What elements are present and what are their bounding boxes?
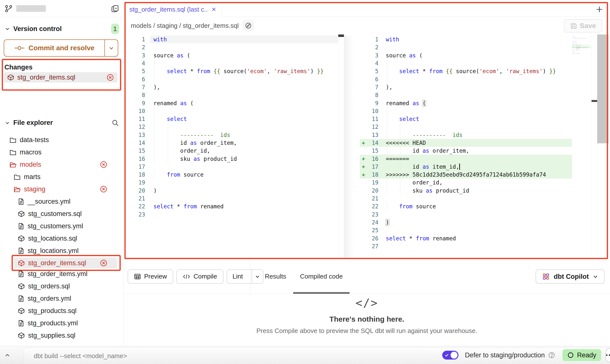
- code-line-8[interactable]: 8: [124, 91, 338, 99]
- code-line-3[interactable]: 3source as (: [124, 51, 338, 59]
- diff-editor[interactable]: 1with23source as (45 select * from {{ so…: [124, 34, 609, 258]
- commit-dropdown-toggle[interactable]: [104, 40, 118, 56]
- more-options-button[interactable]: [606, 348, 610, 362]
- compile-button[interactable]: Compile: [176, 269, 223, 284]
- commit-and-resolve-button[interactable]: Commit and resolve: [4, 39, 118, 57]
- editor-pane-current[interactable]: 1with23source as (45 select * from {{ so…: [360, 35, 572, 258]
- code-line-11[interactable]: 11 select: [124, 115, 338, 123]
- code-line-12[interactable]: 12: [124, 123, 338, 131]
- code-line-17[interactable]: +17 id as item_id,: [360, 163, 572, 171]
- code-line-6[interactable]: 6: [124, 75, 338, 83]
- code-line-22[interactable]: 22 from source: [360, 202, 572, 210]
- file-item-models[interactable]: models: [0, 158, 123, 171]
- dbt-copilot-button[interactable]: dbt Copilot: [536, 269, 605, 284]
- code-line-20[interactable]: 20 sku as product_id: [360, 187, 572, 195]
- file-item-stg-order-items-yml[interactable]: stg_order_items.yml: [0, 268, 123, 280]
- code-line-5[interactable]: 5 select * from {{ source('ecom', 'raw_i…: [360, 67, 572, 75]
- code-line-13[interactable]: 13 ---------- ids: [360, 131, 572, 139]
- conflict-x-circle-icon[interactable]: [100, 185, 107, 193]
- conflict-x-circle-icon[interactable]: [100, 259, 107, 267]
- file-item-stg-locations-sql[interactable]: stg_locations.sql: [0, 232, 123, 245]
- code-line-9[interactable]: 9renamed as (: [124, 99, 338, 107]
- connection-status-badge[interactable]: Ready: [562, 349, 601, 361]
- code-line-1[interactable]: 1with: [360, 35, 572, 43]
- scrollbar-thumb[interactable]: [597, 34, 609, 143]
- code-line-22[interactable]: 22select * from renamed: [124, 202, 338, 210]
- file-item-stg-products-sql[interactable]: stg_products.sql: [0, 305, 123, 317]
- code-line-12[interactable]: 12: [360, 123, 572, 131]
- code-line-14[interactable]: +14<<<<<<< HEAD: [360, 139, 572, 147]
- left-pane-scrollbar[interactable]: [338, 35, 344, 258]
- discard-change-icon[interactable]: [106, 74, 114, 81]
- code-line-2[interactable]: 2: [124, 43, 338, 51]
- file-item-stg-products-yml[interactable]: stg_products.yml: [0, 317, 123, 329]
- save-button[interactable]: Save: [564, 19, 602, 33]
- code-line-16[interactable]: 16 sku as product_id: [124, 155, 338, 163]
- tab-close-icon[interactable]: [211, 6, 217, 12]
- code-line-14[interactable]: 14 id as order_item,: [124, 139, 338, 147]
- code-line-19[interactable]: 19: [124, 179, 338, 186]
- code-line-17[interactable]: 17: [124, 163, 338, 171]
- code-line-2[interactable]: 2: [360, 43, 572, 51]
- defer-toggle[interactable]: [442, 351, 458, 360]
- file-item-stg-customers-yml[interactable]: stg_customers.yml: [0, 220, 123, 232]
- minimap[interactable]: 1with23source as (45 select * from {{ so…: [572, 35, 591, 65]
- code-line-8[interactable]: 8: [360, 91, 572, 99]
- code-line-13[interactable]: 13 ---------- ids: [124, 131, 338, 139]
- file-item-stg-orders-sql[interactable]: stg_orders.sql: [0, 280, 123, 292]
- file-item-marts[interactable]: marts: [0, 171, 123, 183]
- version-control-section-header[interactable]: Version control 1: [0, 24, 123, 34]
- conflict-x-circle-icon[interactable]: [100, 161, 107, 168]
- file-item-stg-locations-yml[interactable]: stg_locations.yml: [0, 245, 123, 257]
- code-line-11[interactable]: 11 select: [360, 115, 572, 123]
- code-line-4[interactable]: 4: [360, 59, 572, 67]
- code-line-15[interactable]: 15 order_id,: [124, 147, 338, 155]
- file-item-staging[interactable]: staging: [0, 183, 123, 195]
- code-line-21[interactable]: 21: [124, 195, 338, 202]
- code-line-6[interactable]: 6: [360, 75, 572, 83]
- code-line-18[interactable]: +18>>>>>>> 58c1dd23d5eebd9cd2495fa7124ab…: [360, 171, 572, 179]
- file-item-macros[interactable]: macros: [0, 146, 123, 158]
- new-tab-icon[interactable]: [595, 5, 603, 13]
- code-line-27[interactable]: 27: [572, 54, 591, 54]
- preview-button[interactable]: Preview: [128, 269, 173, 284]
- code-line-5[interactable]: 5 select * from {{ source('ecom', 'raw_i…: [124, 67, 338, 75]
- tab-stg-order-items[interactable]: stg_order_items.sql (last c...: [124, 2, 222, 17]
- code-line-10[interactable]: 10: [360, 107, 572, 115]
- code-line-16[interactable]: +16=======: [360, 155, 572, 163]
- file-item-stg-supplies-sql[interactable]: stg_supplies.sql: [0, 329, 123, 342]
- code-line-9[interactable]: 9renamed as (: [360, 99, 572, 107]
- editor-pane-last-commit[interactable]: 1with23source as (45 select * from {{ so…: [124, 35, 338, 258]
- code-line-15[interactable]: 15 id as order_item,: [360, 147, 572, 155]
- file-item-stg-customers-sql[interactable]: stg_customers.sql: [0, 208, 123, 220]
- code-line-26[interactable]: 26select * from renamed: [360, 234, 572, 242]
- code-line-3[interactable]: 3source as (: [360, 51, 572, 59]
- editor-scrollbar[interactable]: [597, 34, 609, 258]
- file-item-data-tests[interactable]: data-tests: [0, 134, 123, 146]
- file-item-stg-order-items-sql[interactable]: stg_order_items.sql: [14, 258, 117, 268]
- expand-console-icon[interactable]: [4, 352, 11, 359]
- code-line-1[interactable]: 1with: [124, 35, 338, 43]
- code-line-19[interactable]: 19 order_id,: [360, 179, 572, 186]
- file-explorer-section-header[interactable]: File explorer: [4, 119, 119, 127]
- code-line-23[interactable]: 23: [360, 211, 572, 218]
- help-icon[interactable]: [548, 352, 555, 359]
- code-line-24[interactable]: 24): [360, 218, 572, 226]
- code-line-10[interactable]: 10: [124, 107, 338, 115]
- code-line-7[interactable]: 7),: [124, 83, 338, 91]
- lineage-icon[interactable]: [243, 20, 254, 31]
- code-line-27[interactable]: 27: [360, 242, 572, 250]
- code-line-18[interactable]: 18 from source: [124, 171, 338, 179]
- file-item--sources-yml[interactable]: __sources.yml: [0, 195, 123, 208]
- code-line-21[interactable]: 21: [360, 195, 572, 202]
- search-icon[interactable]: [112, 119, 119, 127]
- code-line-25[interactable]: 25: [360, 226, 572, 234]
- git-branch-icon[interactable]: [4, 4, 13, 13]
- code-line-7[interactable]: 7),: [360, 83, 572, 91]
- code-line-23[interactable]: 23: [124, 211, 338, 218]
- code-line-4[interactable]: 4: [124, 59, 338, 67]
- file-item-stg-orders-yml[interactable]: stg_orders.yml: [0, 292, 123, 305]
- code-line-20[interactable]: 20): [124, 187, 338, 195]
- tab-results[interactable]: Results: [258, 259, 293, 294]
- duplicate-files-icon[interactable]: [111, 5, 119, 13]
